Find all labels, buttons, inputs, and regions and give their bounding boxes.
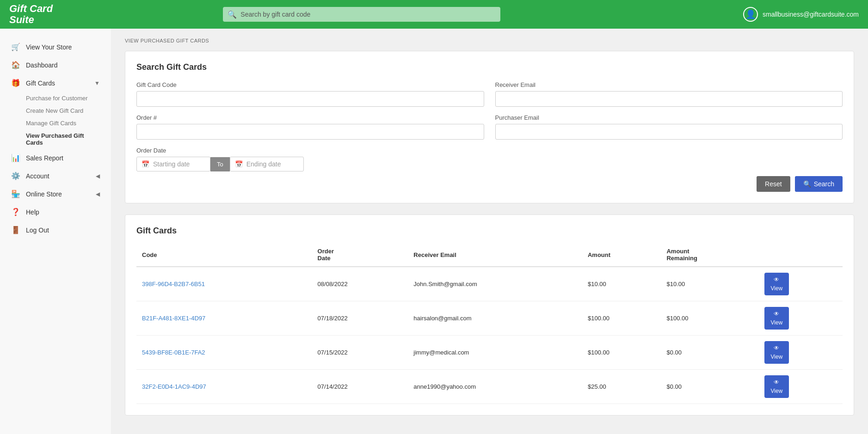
breadcrumb: VIEW PURCHASED GIFT CARDS xyxy=(125,38,854,43)
cell-amount-remaining-0: $10.00 xyxy=(661,267,758,301)
order-date-group: Order Date 📅 Starting date To 📅 Ending d… xyxy=(136,147,843,171)
date-to-separator: To xyxy=(210,157,230,171)
sidebar-subitem-view-purchased-gift-cards[interactable]: View Purchased Gift Cards xyxy=(0,129,111,149)
sidebar-subitem-purchase-for-customer[interactable]: Purchase for Customer xyxy=(0,92,111,104)
ending-date-input[interactable]: 📅 Ending date xyxy=(230,157,304,171)
cell-view-1: 👁 View xyxy=(759,301,843,336)
table-row: 32F2-E0D4-1AC9-4D97 07/14/2022 anne1990@… xyxy=(136,370,843,404)
chart-icon: 📊 xyxy=(11,153,20,162)
cell-code-1: B21F-A481-8XE1-4D97 xyxy=(136,301,312,336)
table-header: Code OrderDate Receiver Email Amount Amo… xyxy=(136,243,843,267)
header-search-container: 🔍 xyxy=(223,7,500,22)
sidebar-label-dashboard: Dashboard xyxy=(26,61,58,69)
purchaser-email-group: Purchaser Email xyxy=(495,114,843,140)
col-header-actions xyxy=(759,243,843,267)
view-button-0[interactable]: 👁 View xyxy=(764,273,789,295)
date-input-container: 📅 Starting date To 📅 Ending date xyxy=(136,157,843,171)
cell-order-date-3: 07/14/2022 xyxy=(312,370,408,404)
cell-amount-3: $25.00 xyxy=(582,370,661,404)
order-number-input[interactable] xyxy=(136,124,484,140)
home-icon: 🏠 xyxy=(11,61,20,69)
cell-amount-0: $10.00 xyxy=(582,267,661,301)
cell-amount-2: $100.00 xyxy=(582,336,661,370)
search-card: Search Gift Cards Gift Card Code Receive… xyxy=(125,51,854,203)
receiver-email-label: Receiver Email xyxy=(495,81,843,88)
cell-receiver-email-2: jimmy@medical.com xyxy=(408,336,582,370)
eye-icon-1: 👁 xyxy=(774,311,779,317)
user-email: smallbusiness@giftcardsuite.com xyxy=(763,11,859,18)
order-number-label: Order # xyxy=(136,114,484,121)
table-row: 5439-BF8E-0B1E-7FA2 07/15/2022 jimmy@med… xyxy=(136,336,843,370)
order-number-group: Order # xyxy=(136,114,484,140)
cell-code-2: 5439-BF8E-0B1E-7FA2 xyxy=(136,336,312,370)
code-link-1[interactable]: B21F-A481-8XE1-4D97 xyxy=(142,315,205,322)
gift-cards-table: Code OrderDate Receiver Email Amount Amo… xyxy=(136,243,843,404)
starting-date-input[interactable]: 📅 Starting date xyxy=(136,157,210,171)
sidebar-label-online-store: Online Store xyxy=(26,190,62,198)
sidebar-item-gift-cards[interactable]: 🎁 Gift Cards ▼ xyxy=(0,74,111,92)
purchaser-email-input[interactable] xyxy=(495,124,843,140)
sidebar-label-gift-cards: Gift Cards xyxy=(26,79,55,87)
search-row-2: Order # Purchaser Email xyxy=(136,114,843,140)
sidebar-label-view-store: View Your Store xyxy=(26,43,72,51)
table-card: Gift Cards Code OrderDate Receiver Email… xyxy=(125,214,854,416)
search-btn-label: Search xyxy=(814,180,834,188)
cell-view-0: 👁 View xyxy=(759,267,843,301)
gift-card-code-input[interactable] xyxy=(136,91,484,107)
code-link-2[interactable]: 5439-BF8E-0B1E-7FA2 xyxy=(142,349,205,356)
sidebar-label-log-out: Log Out xyxy=(26,226,49,234)
cell-receiver-email-0: John.Smith@gmail.com xyxy=(408,267,582,301)
sidebar-item-help[interactable]: ❓ Help xyxy=(0,203,111,221)
table-body: 398F-96D4-B2B7-6B51 08/08/2022 John.Smit… xyxy=(136,267,843,404)
eye-icon-2: 👁 xyxy=(774,345,779,351)
cell-order-date-2: 07/15/2022 xyxy=(312,336,408,370)
sidebar-subitem-manage-gift-cards[interactable]: Manage Gift Cards xyxy=(0,117,111,129)
gift-icon: 🎁 xyxy=(11,79,20,87)
sidebar-item-log-out[interactable]: 🚪 Log Out xyxy=(0,221,111,239)
cell-amount-1: $100.00 xyxy=(582,301,661,336)
gift-card-code-group: Gift Card Code xyxy=(136,81,484,107)
cell-receiver-email-3: anne1990@yahoo.com xyxy=(408,370,582,404)
sidebar-label-account: Account xyxy=(26,172,49,180)
col-header-amount-remaining: AmountRemaining xyxy=(661,243,758,267)
sidebar-item-account[interactable]: ⚙️ Account ◀ xyxy=(0,167,111,185)
search-btn-icon: 🔍 xyxy=(803,180,811,188)
cell-amount-remaining-3: $0.00 xyxy=(661,370,758,404)
sidebar-item-online-store[interactable]: 🏪 Online Store ◀ xyxy=(0,185,111,203)
sidebar-item-view-store[interactable]: 🛒 View Your Store xyxy=(0,38,111,56)
header: Gift Card Suite 🔍 👤 smallbusiness@giftca… xyxy=(0,0,868,29)
purchaser-email-label: Purchaser Email xyxy=(495,114,843,121)
view-button-1[interactable]: 👁 View xyxy=(764,307,789,330)
search-button[interactable]: 🔍 Search xyxy=(795,176,843,192)
col-header-code: Code xyxy=(136,243,312,267)
view-button-3[interactable]: 👁 View xyxy=(764,375,789,398)
gift-cards-arrow: ▼ xyxy=(94,80,100,86)
sidebar-label-sales-report: Sales Report xyxy=(26,154,63,162)
order-date-label: Order Date xyxy=(136,147,843,154)
sidebar-subitem-create-new-gift-card[interactable]: Create New Gift Card xyxy=(0,104,111,117)
calendar-icon-start: 📅 xyxy=(142,160,149,168)
ending-date-placeholder: Ending date xyxy=(246,160,281,168)
code-link-0[interactable]: 398F-96D4-B2B7-6B51 xyxy=(142,281,205,287)
help-icon: ❓ xyxy=(11,208,20,216)
sidebar-label-help: Help xyxy=(26,208,39,216)
eye-icon-3: 👁 xyxy=(774,379,779,385)
online-store-arrow: ◀ xyxy=(96,191,100,197)
col-header-amount: Amount xyxy=(582,243,661,267)
starting-date-placeholder: Starting date xyxy=(153,160,190,168)
receiver-email-input[interactable] xyxy=(495,91,843,107)
sidebar-item-sales-report[interactable]: 📊 Sales Report xyxy=(0,149,111,167)
gear-icon: ⚙️ xyxy=(11,171,20,180)
sidebar-item-dashboard[interactable]: 🏠 Dashboard xyxy=(0,56,111,74)
table-row: 398F-96D4-B2B7-6B51 08/08/2022 John.Smit… xyxy=(136,267,843,301)
gift-card-code-label: Gift Card Code xyxy=(136,81,484,88)
col-header-receiver-email: Receiver Email xyxy=(408,243,582,267)
reset-button[interactable]: Reset xyxy=(757,176,790,192)
header-search-input[interactable] xyxy=(223,7,500,22)
code-link-3[interactable]: 32F2-E0D4-1AC9-4D97 xyxy=(142,383,206,390)
user-avatar-icon: 👤 xyxy=(743,7,758,22)
view-button-2[interactable]: 👁 View xyxy=(764,341,789,364)
search-icon: 🔍 xyxy=(228,10,237,19)
table-row: B21F-A481-8XE1-4D97 07/18/2022 hairsalon… xyxy=(136,301,843,336)
store-icon: 🏪 xyxy=(11,189,20,198)
